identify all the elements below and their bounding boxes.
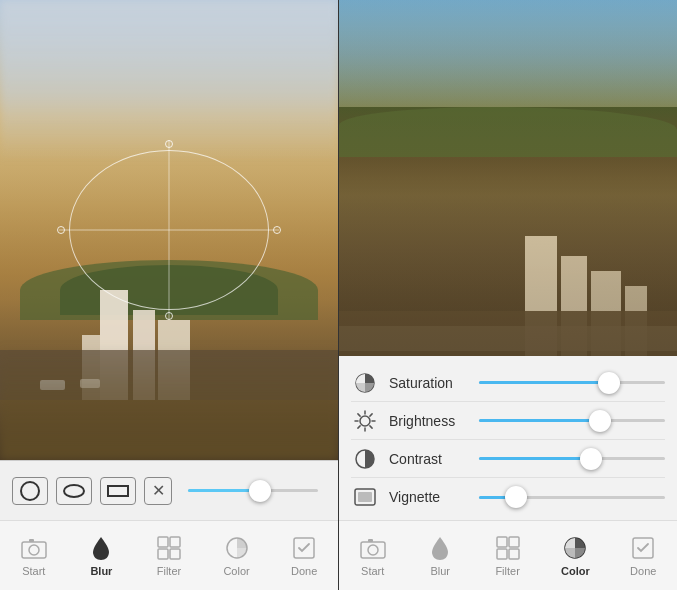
blur-icon-right: [426, 534, 454, 562]
vignette-slider[interactable]: [479, 496, 665, 499]
nav-item-color-left[interactable]: Color: [215, 530, 259, 581]
blur-icon-left: [87, 534, 115, 562]
contrast-icon: [351, 445, 379, 473]
saturation-fill: [479, 381, 609, 384]
blur-intensity-slider[interactable]: [180, 489, 326, 492]
nav-label-blur-right: Blur: [430, 565, 450, 577]
tiltshift-handle-bottom[interactable]: [165, 312, 173, 320]
svg-rect-6: [170, 549, 180, 559]
left-bottom-nav: Start Blur Filter: [0, 520, 338, 590]
circle-icon: [20, 481, 40, 501]
tiltshift-overlay: [0, 0, 338, 460]
left-panel: ✕ Start: [0, 0, 338, 590]
start-icon-right: [359, 534, 387, 562]
right-panel: Saturation Brigh: [338, 0, 677, 590]
nav-label-start-right: Start: [361, 565, 384, 577]
done-icon-left: [290, 534, 318, 562]
svg-rect-24: [368, 539, 373, 542]
brightness-row: Brightness: [351, 402, 665, 440]
color-icon-left: [223, 534, 251, 562]
nav-item-filter-right[interactable]: Filter: [486, 530, 530, 581]
svg-line-17: [370, 413, 372, 415]
shape-oval-button[interactable]: [56, 477, 92, 505]
nav-item-blur-left[interactable]: Blur: [79, 530, 123, 581]
right-bottom-nav: Start Blur Filter: [339, 520, 677, 590]
color-panel: Saturation Brigh: [339, 356, 677, 520]
brightness-thumb[interactable]: [589, 410, 611, 432]
svg-rect-21: [358, 492, 372, 502]
blur-slider-track: [188, 489, 318, 492]
nav-item-start-right[interactable]: Start: [351, 530, 395, 581]
nav-item-color-right[interactable]: Color: [553, 530, 598, 581]
nav-label-done-left: Done: [291, 565, 317, 577]
oval-icon: [63, 484, 85, 498]
close-button[interactable]: ✕: [144, 477, 172, 505]
svg-rect-27: [497, 549, 507, 559]
svg-point-1: [29, 545, 39, 555]
svg-rect-4: [170, 537, 180, 547]
nav-item-done-left[interactable]: Done: [282, 530, 326, 581]
blur-slider-thumb[interactable]: [249, 480, 271, 502]
right-color-overlay: [339, 0, 677, 356]
svg-point-23: [368, 545, 378, 555]
brightness-slider[interactable]: [479, 419, 665, 422]
nav-item-done-right[interactable]: Done: [621, 530, 665, 581]
tiltshift-handle-left[interactable]: [57, 226, 65, 234]
nav-label-blur-left: Blur: [90, 565, 112, 577]
nav-item-filter-left[interactable]: Filter: [147, 530, 191, 581]
nav-label-color-right: Color: [561, 565, 590, 577]
contrast-thumb[interactable]: [580, 448, 602, 470]
svg-rect-26: [509, 537, 519, 547]
svg-rect-2: [29, 539, 34, 542]
nav-label-filter-right: Filter: [495, 565, 519, 577]
svg-rect-28: [509, 549, 519, 559]
vignette-label: Vignette: [389, 489, 469, 505]
vignette-row: Vignette: [351, 478, 665, 516]
start-icon: [20, 534, 48, 562]
nav-label-done-right: Done: [630, 565, 656, 577]
tiltshift-handle-right[interactable]: [273, 226, 281, 234]
contrast-label: Contrast: [389, 451, 469, 467]
color-icon-right: [561, 534, 589, 562]
svg-line-15: [358, 413, 360, 415]
svg-line-16: [370, 425, 372, 427]
contrast-row: Contrast: [351, 440, 665, 478]
filter-icon-left: [155, 534, 183, 562]
svg-point-10: [360, 416, 370, 426]
right-image-area: [339, 0, 677, 356]
vignette-icon: [351, 483, 379, 511]
tiltshift-line-v: [169, 140, 170, 320]
svg-rect-25: [497, 537, 507, 547]
brightness-label: Brightness: [389, 413, 469, 429]
left-toolbar: ✕: [0, 460, 338, 520]
contrast-slider[interactable]: [479, 457, 665, 460]
saturation-thumb[interactable]: [598, 372, 620, 394]
brightness-icon: [351, 407, 379, 435]
saturation-row: Saturation: [351, 364, 665, 402]
nav-label-color-left: Color: [223, 565, 249, 577]
brightness-fill: [479, 419, 600, 422]
svg-rect-3: [158, 537, 168, 547]
nav-label-start-left: Start: [22, 565, 45, 577]
saturation-icon: [351, 369, 379, 397]
svg-line-18: [358, 425, 360, 427]
nav-label-filter-left: Filter: [157, 565, 181, 577]
shape-circle-button[interactable]: [12, 477, 48, 505]
nav-item-start-left[interactable]: Start: [12, 530, 56, 581]
nav-item-blur-right[interactable]: Blur: [418, 530, 462, 581]
left-image-area: [0, 0, 338, 460]
svg-rect-5: [158, 549, 168, 559]
filter-icon-right: [494, 534, 522, 562]
rect-icon: [107, 485, 129, 497]
shape-rect-button[interactable]: [100, 477, 136, 505]
done-icon-right: [629, 534, 657, 562]
saturation-label: Saturation: [389, 375, 469, 391]
tiltshift-handle-top[interactable]: [165, 140, 173, 148]
saturation-slider[interactable]: [479, 381, 665, 384]
contrast-fill: [479, 457, 591, 460]
vignette-thumb[interactable]: [505, 486, 527, 508]
close-icon: ✕: [152, 481, 165, 500]
